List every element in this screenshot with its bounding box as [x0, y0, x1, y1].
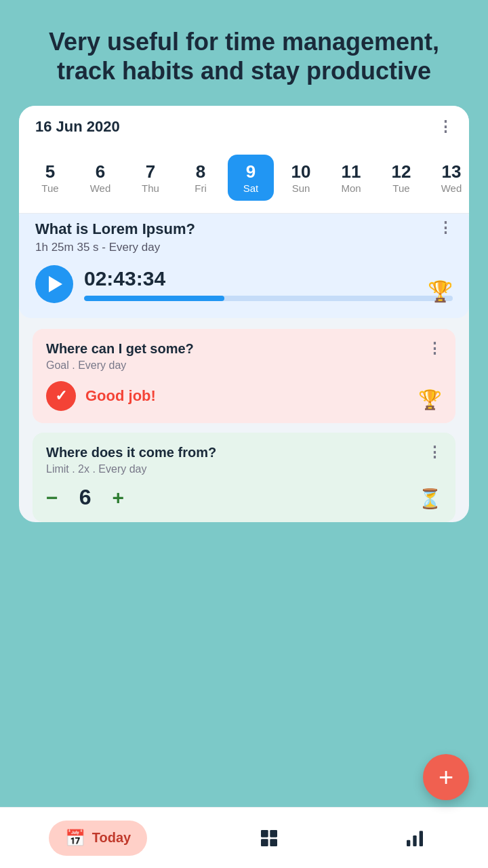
timer-right: 02:43:34	[84, 267, 453, 301]
bottom-nav: 📅 Today	[0, 807, 488, 868]
habit2-title: Where does it come from?	[46, 445, 216, 460]
cal-day-13[interactable]: 13 Wed	[428, 155, 474, 201]
header-icons: ⋮	[426, 119, 453, 134]
counter-value: 6	[72, 485, 99, 510]
cal-day-6[interactable]: 6 Wed	[77, 155, 123, 201]
svg-rect-5	[407, 840, 410, 846]
svg-rect-3	[261, 839, 268, 846]
habit1-check-button[interactable]: ✓	[46, 381, 76, 411]
svg-rect-6	[413, 835, 417, 846]
fab-plus-icon: +	[439, 764, 453, 790]
progress-bar	[84, 296, 453, 301]
timer-display: 02:43:34	[84, 267, 453, 290]
habit1-header: Where can I get some? ⋮	[46, 341, 442, 357]
calendar-strip: 5 Tue 6 Wed 7 Thu 8 Fri 9 Sat 10 Sun 11 …	[19, 148, 469, 214]
cal-day-11[interactable]: 11 Mon	[328, 155, 374, 201]
checkmark-icon: ✓	[55, 387, 67, 405]
timer-card: What is Lorem Ipsum? ⋮ 1h 25m 35 s - Eve…	[19, 207, 469, 318]
timer-task-subtitle: 1h 25m 35 s - Every day	[35, 241, 453, 254]
grid-nav-button[interactable]	[245, 822, 293, 854]
headline: Very useful for time management, track h…	[0, 0, 488, 106]
habit-card-2: Where does it come from? ⋮ Limit . 2x . …	[33, 433, 455, 522]
counter-row: − 6 +	[46, 485, 442, 510]
hourglass-icon: ⏳	[418, 488, 442, 510]
app-card: 16 Jun 2020 ⋮ 5 Tue 6 Wed 7 Thu 8 Fri	[19, 106, 469, 522]
cal-day-10[interactable]: 10 Sun	[278, 155, 324, 201]
grid-nav-icon	[258, 827, 280, 849]
decrement-button[interactable]: −	[46, 488, 58, 508]
add-habit-fab[interactable]: +	[423, 754, 469, 800]
trophy-red-icon: 🏆	[418, 389, 442, 411]
habit2-more-icon[interactable]: ⋮	[427, 445, 442, 460]
habit1-status: Good job!	[85, 387, 156, 405]
habit1-subtitle: Goal . Every day	[46, 359, 442, 372]
svg-rect-2	[270, 830, 277, 837]
svg-rect-7	[420, 831, 423, 846]
progress-fill	[84, 296, 224, 301]
timer-task-title: What is Lorem Ipsum?	[35, 220, 195, 238]
today-nav-label: Today	[92, 830, 131, 846]
habit-cards: Where can I get some? ⋮ Goal . Every day…	[19, 318, 469, 522]
cal-day-5[interactable]: 5 Tue	[27, 155, 73, 201]
cal-day-8[interactable]: 8 Fri	[178, 155, 224, 201]
increment-button[interactable]: +	[113, 488, 125, 508]
trophy-blue-icon: 🏆	[428, 279, 453, 303]
stats-nav-button[interactable]	[390, 822, 439, 854]
habit2-subtitle: Limit . 2x . Every day	[46, 463, 442, 475]
timer-task-more-icon[interactable]: ⋮	[438, 220, 453, 235]
play-button[interactable]	[35, 265, 73, 303]
stats-nav-icon	[404, 827, 426, 849]
calendar-nav-icon: 📅	[65, 829, 85, 848]
play-triangle-icon	[49, 276, 62, 292]
habit1-more-icon[interactable]: ⋮	[427, 341, 442, 356]
header-date: 16 Jun 2020	[35, 118, 120, 136]
habit2-header: Where does it come from? ⋮	[46, 445, 442, 460]
cal-day-7[interactable]: 7 Thu	[127, 155, 174, 201]
svg-rect-1	[261, 830, 268, 837]
timer-task-title-row: What is Lorem Ipsum? ⋮	[35, 220, 453, 238]
app-header: 16 Jun 2020 ⋮	[19, 106, 469, 148]
habit1-action-row: ✓ Good job!	[46, 381, 442, 411]
cal-day-12[interactable]: 12 Tue	[378, 155, 424, 201]
svg-rect-4	[270, 839, 277, 846]
cal-day-9-active[interactable]: 9 Sat	[228, 155, 274, 201]
today-nav-button[interactable]: 📅 Today	[49, 821, 147, 856]
habit-card-1: Where can I get some? ⋮ Goal . Every day…	[33, 329, 455, 423]
more-options-icon[interactable]: ⋮	[438, 119, 453, 134]
habit1-title: Where can I get some?	[46, 341, 194, 357]
timer-row: 02:43:34	[35, 265, 453, 303]
